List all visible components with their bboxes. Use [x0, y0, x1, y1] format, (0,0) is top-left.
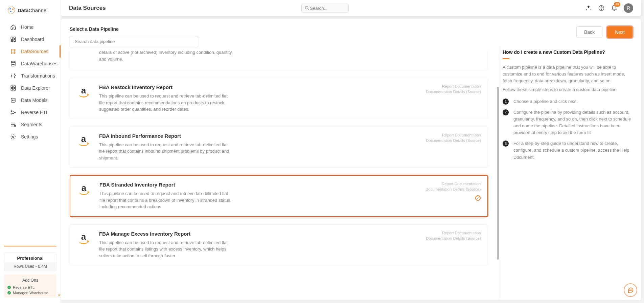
next-button[interactable]: Next: [607, 26, 632, 38]
pipeline-card-stranded[interactable]: a FBA Stranded Inventory Report This pip…: [70, 175, 488, 217]
pipeline-title: FBA Inbound Performance Report: [99, 133, 234, 139]
plan-card: Professional Rows Used - 0.4M: [4, 253, 56, 271]
main: Data Sources 39 R Back Next Select a Dat…: [61, 0, 644, 303]
back-button[interactable]: Back: [576, 26, 602, 38]
help-title: How do I create a new Custom Data Pipeli…: [503, 49, 633, 55]
pipeline-card-inbound[interactable]: a FBA Inbound Performance Report This pi…: [70, 127, 488, 168]
step-number-icon: 3: [503, 140, 509, 147]
gear-icon: [10, 134, 16, 140]
svg-point-35: [630, 290, 631, 290]
nav-label: Home: [21, 24, 33, 30]
svg-point-33: [601, 9, 601, 10]
svg-point-3: [10, 11, 12, 12]
content: Back Next Select a Data Pipeline details…: [61, 19, 641, 300]
brand-logo-icon: [7, 6, 16, 14]
content-main: Select a Data Pipeline details of active…: [61, 19, 499, 300]
nav-label: Dashboard: [21, 37, 44, 42]
nav-item-dataexplorer[interactable]: Data Explorer: [0, 82, 61, 94]
pipeline-card-excess[interactable]: a FBA Manage Excess Inventory Report Thi…: [70, 224, 488, 266]
amazon-icon: a: [77, 183, 91, 197]
amazon-icon: a: [77, 134, 90, 148]
addon-row: ✓Managed Warehouse: [7, 290, 53, 296]
transform-icon: [10, 73, 16, 79]
help-steps: 1Choose a pipeline and click next. 2Conf…: [503, 98, 633, 161]
addons-title: Add Ons: [7, 277, 53, 285]
svg-point-28: [305, 6, 308, 9]
brand-logo[interactable]: DataChannel: [0, 0, 61, 18]
nav-item-settings[interactable]: Settings: [0, 131, 61, 143]
search-icon: [304, 5, 310, 11]
pipeline-title: FBA Restock Inventory Report: [99, 84, 234, 90]
svg-point-30: [590, 9, 591, 10]
report-doc-link[interactable]: Report Documentation: [426, 132, 481, 138]
pipeline-card[interactable]: details of active (not archived) invento…: [70, 51, 488, 70]
section-title: Select a Data Pipeline: [70, 26, 492, 32]
nav-item-transformations[interactable]: Transformations: [0, 70, 61, 82]
pipeline-desc: This pipeline can be used to request and…: [99, 190, 235, 210]
doc-details-link[interactable]: Documentation Details (Source): [426, 187, 481, 192]
svg-rect-7: [11, 41, 13, 42]
svg-point-34: [629, 290, 630, 290]
nav-label: DataWarehouses: [21, 61, 58, 66]
help-icon[interactable]: [598, 5, 605, 12]
nav-item-datamodels[interactable]: Data Models: [0, 94, 61, 106]
doc-details-link[interactable]: Documentation Details (Source): [426, 89, 481, 94]
report-doc-link[interactable]: Report Documentation: [426, 181, 481, 187]
pipeline-search-input[interactable]: [70, 36, 198, 47]
nav-label: Segments: [21, 122, 42, 127]
notifications-icon[interactable]: 39: [611, 5, 618, 12]
svg-point-27: [13, 136, 14, 138]
nav-item-datawarehouses[interactable]: DataWarehouses: [0, 58, 61, 70]
warehouse-icon: [10, 61, 16, 67]
svg-point-26: [14, 125, 16, 127]
doc-details-link[interactable]: Documentation Details (Source): [426, 138, 481, 143]
nav-label: Transformations: [21, 73, 55, 79]
svg-point-8: [11, 49, 12, 50]
nav-item-datasources[interactable]: DataSources: [0, 45, 61, 58]
help-step: 1Choose a pipeline and click next.: [503, 98, 633, 105]
svg-point-11: [14, 52, 15, 53]
home-icon: [10, 24, 16, 30]
topbar-actions: 39 R: [585, 3, 633, 13]
svg-point-18: [12, 100, 13, 101]
check-icon: ✓: [7, 286, 11, 289]
avatar[interactable]: R: [624, 3, 633, 13]
nav-label: Data Models: [21, 98, 48, 103]
global-search-input[interactable]: [310, 6, 340, 11]
svg-point-9: [14, 49, 15, 50]
collapse-sidebar-icon[interactable]: «: [58, 292, 63, 298]
nav-item-dashboard[interactable]: Dashboard: [0, 33, 61, 45]
models-icon: [10, 97, 16, 103]
svg-point-0: [8, 7, 15, 14]
amazon-icon: a: [77, 232, 90, 246]
doc-details-link[interactable]: Documentation Details (Source): [426, 236, 481, 241]
nav-label: Settings: [21, 134, 38, 139]
plan-box: Professional Rows Used - 0.4M Add Ons ✓R…: [4, 246, 56, 298]
svg-rect-15: [11, 89, 13, 90]
svg-rect-5: [14, 37, 16, 39]
global-search[interactable]: [301, 4, 349, 13]
nav-list: Home Dashboard DataSources DataWarehouse…: [0, 21, 61, 143]
nav-label: Reverse ETL: [21, 110, 49, 115]
nav-item-reverseetl[interactable]: Reverse ETL: [0, 106, 61, 118]
dashboard-icon: [10, 36, 16, 42]
svg-rect-4: [11, 37, 13, 40]
nav-item-home[interactable]: Home: [0, 21, 61, 33]
svg-point-1: [9, 8, 11, 9]
datasources-icon: [10, 48, 16, 55]
report-doc-link[interactable]: Report Documentation: [426, 84, 481, 89]
svg-point-21: [11, 113, 12, 114]
sparkle-icon[interactable]: [585, 5, 592, 12]
chat-fab[interactable]: [624, 283, 637, 297]
pipeline-list[interactable]: details of active (not archived) invento…: [70, 51, 492, 295]
nav-item-segments[interactable]: Segments: [0, 118, 61, 131]
report-doc-link[interactable]: Report Documentation: [426, 230, 481, 236]
pipeline-desc: This pipeline can be used to request and…: [99, 142, 234, 161]
svg-point-12: [11, 61, 15, 63]
pipeline-card-restock[interactable]: a FBA Restock Inventory Report This pipe…: [70, 78, 488, 119]
help-intro-1: A custom pipeline is a data pipeline tha…: [503, 64, 633, 84]
svg-line-29: [308, 9, 309, 10]
scrollbar[interactable]: [497, 87, 499, 260]
nav-label: Data Explorer: [21, 85, 50, 91]
svg-point-20: [11, 111, 12, 112]
